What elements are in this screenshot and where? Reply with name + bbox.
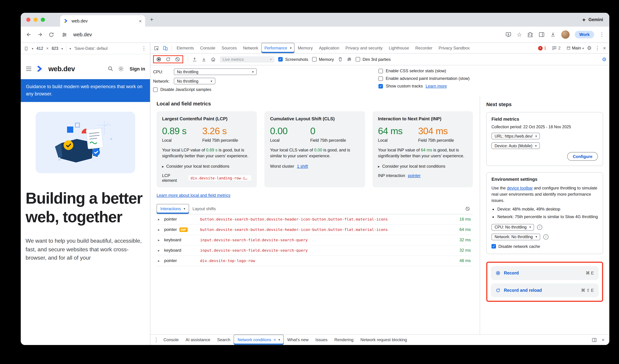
interaction-target-link[interactable]: div.devsite-top-logo-row <box>200 259 446 263</box>
throttling-gauge-icon[interactable] <box>347 57 352 62</box>
minimize-window-button[interactable] <box>33 18 38 22</box>
device-toolbar-menu-icon[interactable] <box>141 45 147 52</box>
dim-3rd-parties-checkbox[interactable]: Dim 3rd parties <box>356 57 391 62</box>
interaction-target-link[interactable]: input.devsite-search-field.devsite-searc… <box>200 238 446 242</box>
learn-more-link[interactable]: Learn more <box>426 84 447 88</box>
worst-cluster-link[interactable]: 1 shift <box>297 164 308 169</box>
close-drawer-tab-icon[interactable] <box>274 337 276 342</box>
inspect-element-icon[interactable] <box>152 45 161 51</box>
drawer-tab-console[interactable]: Console <box>160 335 182 345</box>
viewport-width-field[interactable]: 412 <box>36 46 43 50</box>
tab-layout-shifts[interactable]: Layout shifts <box>189 204 219 214</box>
side-panel-icon[interactable] <box>538 31 545 38</box>
clear-interactions-icon[interactable] <box>465 207 470 211</box>
tab-privacy-sandbox[interactable]: Privacy Sandbox <box>436 43 473 53</box>
drawer-tab-search[interactable]: Search <box>214 335 234 345</box>
error-count[interactable]: 1 <box>544 46 546 50</box>
drawer-tab-network-request-blocking[interactable]: Network request blocking <box>357 335 410 345</box>
webdev-logo-icon[interactable] <box>36 65 44 72</box>
row-expand-icon[interactable] <box>158 258 164 263</box>
profile-avatar[interactable] <box>561 30 570 39</box>
env-cpu-select[interactable]: CPU: No throttling <box>492 224 534 230</box>
css-selector-stats-checkbox[interactable]: Enable CSS selector stats (slow) <box>379 69 604 73</box>
drawer-tab-ai-assistance[interactable]: AI assistance <box>182 335 214 345</box>
devtools-settings-icon[interactable] <box>587 45 592 51</box>
drawer-tab-rendering[interactable]: Rendering <box>331 335 357 345</box>
close-drawer-icon[interactable] <box>602 337 605 343</box>
record-icon[interactable] <box>156 57 161 62</box>
drawer-menu-icon[interactable] <box>153 337 160 343</box>
context-selector[interactable]: Main <box>566 46 584 50</box>
metrics-learn-more-link[interactable]: Learn more about local and field metrics <box>156 193 230 198</box>
custom-tracks-checkbox[interactable]: Show custom tracks Learn more <box>379 84 604 88</box>
theme-toggle-icon[interactable] <box>118 66 124 72</box>
memory-checkbox[interactable]: Memory <box>312 57 334 62</box>
device-select-caret-icon[interactable] <box>32 46 33 50</box>
reload-button[interactable] <box>48 32 54 38</box>
drawer-tab-whats-new[interactable]: What's new <box>284 335 312 345</box>
error-icon[interactable] <box>538 46 543 50</box>
interaction-target-link[interactable]: button.devsite-search-button.devsite-hea… <box>200 227 446 232</box>
devtools-close-icon[interactable] <box>603 45 606 51</box>
capture-settings-icon[interactable] <box>602 56 606 62</box>
load-profile-icon[interactable] <box>192 56 197 62</box>
browser-menu-icon[interactable] <box>599 31 605 38</box>
hamburger-menu-icon[interactable] <box>26 66 32 71</box>
inp-conditions-expander[interactable]: Consider your local test conditions <box>378 164 467 169</box>
new-tab-button[interactable] <box>150 16 154 23</box>
tab-elements[interactable]: Elements <box>173 43 197 53</box>
throttle-select-caret-icon[interactable] <box>70 46 71 50</box>
site-logo-text[interactable]: web.dev <box>48 65 75 73</box>
record-and-reload-button[interactable]: Record and reload ⌘ ⇧ E <box>491 283 599 297</box>
screenshots-checkbox[interactable]: Screenshots <box>278 57 308 62</box>
interaction-row[interactable]: keyboard input.devsite-search-field.devs… <box>156 245 473 256</box>
interaction-row[interactable]: pointer button.devsite-search-button.dev… <box>156 214 473 225</box>
tab-close-icon[interactable] <box>139 18 142 24</box>
profile-button[interactable]: Work <box>575 31 594 38</box>
record-and-reload-icon[interactable] <box>166 57 171 62</box>
interaction-row[interactable]: keyboard input.devsite-search-field.devs… <box>156 235 473 245</box>
field-url-select[interactable]: URL: https://web.dev/ <box>492 133 540 139</box>
back-button[interactable] <box>26 31 32 38</box>
record-button[interactable]: Record ⌘ E <box>491 266 599 280</box>
install-app-icon[interactable] <box>505 31 511 38</box>
inp-interaction-link[interactable]: pointer <box>408 173 421 178</box>
fullscreen-window-button[interactable] <box>41 18 45 22</box>
device-toolbar-toggle-icon[interactable] <box>161 45 170 51</box>
issues-icon[interactable] <box>552 46 557 50</box>
live-metrics-home-icon[interactable] <box>211 56 216 62</box>
search-icon[interactable] <box>108 66 114 72</box>
site-settings-icon[interactable] <box>61 32 67 38</box>
network-throttle-select[interactable]: No throttling <box>174 78 215 84</box>
interaction-target-link[interactable]: button.devsite-search-button.devsite-hea… <box>200 217 446 222</box>
tab-lighthouse[interactable]: Lighthouse <box>386 43 412 53</box>
device-select-icon[interactable] <box>24 46 29 51</box>
clear-icon[interactable] <box>175 57 180 62</box>
row-expand-icon[interactable] <box>158 248 164 253</box>
interaction-row[interactable]: pointer INP button.devsite-search-button… <box>156 225 473 235</box>
tab-network[interactable]: Network <box>240 43 261 53</box>
lcp-element-link[interactable]: div.devsite-landing-row-ite… <box>189 175 252 181</box>
drawer-tab-issues[interactable]: Issues <box>312 335 331 345</box>
cpu-info-icon[interactable]: i <box>537 224 542 230</box>
tab-application[interactable]: Application <box>316 43 342 53</box>
tab-performance[interactable]: Performance <box>261 43 295 53</box>
save-data-label[interactable]: 'Save-Data': defaul <box>74 46 108 50</box>
close-window-button[interactable] <box>26 18 30 22</box>
network-info-icon[interactable]: i <box>543 234 549 239</box>
viewport-height-field[interactable]: 823 <box>52 46 58 50</box>
configure-button[interactable]: Configure <box>567 152 598 161</box>
tab-memory[interactable]: Memory <box>295 43 316 53</box>
devtools-menu-icon[interactable] <box>595 45 600 51</box>
extensions-puzzle-icon[interactable] <box>527 31 533 38</box>
device-toolbar-link[interactable]: device toolbar <box>507 186 533 190</box>
browser-tab[interactable]: web.dev <box>60 15 145 27</box>
lcp-conditions-expander[interactable]: Consider your local test conditions <box>162 164 252 169</box>
field-device-select[interactable]: Device: Auto (Mobile) <box>492 142 540 149</box>
tab-privacy-security[interactable]: Privacy and security <box>342 43 386 53</box>
row-expand-icon[interactable] <box>158 227 164 232</box>
zoom-select-caret-icon[interactable] <box>61 46 63 50</box>
disable-js-samples-checkbox[interactable]: Disable JavaScript samples <box>153 87 379 92</box>
tab-interactions[interactable]: Interactions <box>156 204 189 214</box>
tab-sources[interactable]: Sources <box>218 43 240 53</box>
